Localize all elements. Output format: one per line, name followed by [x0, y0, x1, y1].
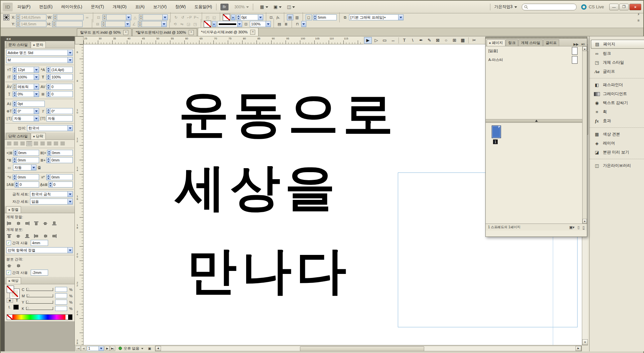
select-next-icon[interactable]: ◳	[192, 21, 198, 27]
white-swatch[interactable]	[65, 315, 68, 320]
tab-paragraph[interactable]: ◆단락	[31, 133, 46, 139]
y-field[interactable]: 148,5mm	[16, 21, 46, 27]
justify-last-right-button[interactable]	[40, 141, 45, 146]
tab-color[interactable]: ◆색상	[6, 277, 21, 284]
align-center-button[interactable]	[13, 141, 19, 146]
wrap-jump-icon[interactable]: ▤	[277, 21, 282, 27]
none-swatch[interactable]	[7, 315, 12, 320]
edit-spread-icon[interactable]: ▣▾	[569, 225, 575, 230]
spinner[interactable]	[103, 14, 106, 20]
w-field[interactable]	[53, 14, 84, 20]
shear-field[interactable]	[139, 14, 168, 20]
c-value-field[interactable]	[55, 287, 67, 292]
scroll-right-icon[interactable]: ▶	[576, 346, 581, 351]
tab-paragraph-styles[interactable]: 단락 스타일	[6, 133, 30, 139]
formatting-container-icon[interactable]: ▣	[7, 298, 13, 303]
font-family-combo[interactable]: Adobe 명조 Std	[6, 50, 73, 56]
dropdown-arrow-icon[interactable]	[34, 115, 39, 121]
h-field[interactable]	[52, 21, 83, 27]
page-tool[interactable]: ▭	[381, 37, 388, 44]
select-container-icon[interactable]: ◰	[205, 15, 210, 20]
proportion-field[interactable]: 0%	[13, 91, 39, 97]
dropdown-arrow-icon[interactable]	[34, 84, 39, 90]
panel-menu-icon[interactable]: ≡	[636, 18, 641, 23]
dropdown-arrow-icon[interactable]	[266, 21, 271, 27]
quick-apply-icon[interactable]: ⚡	[636, 12, 641, 17]
collapse-right-icon[interactable]: ▶▶	[574, 42, 579, 46]
menu-file[interactable]: 파일(F)	[17, 4, 30, 10]
formatting-text-icon[interactable]: T	[14, 298, 20, 303]
zoom-level-dropdown[interactable]: 300%	[234, 5, 249, 9]
opacity-field[interactable]: 100%	[250, 21, 271, 27]
gap-field[interactable]: 5mm	[313, 14, 337, 20]
ruler-origin-corner[interactable]	[75, 36, 84, 44]
align-bottom-button[interactable]	[51, 221, 57, 226]
auto2-field[interactable]: 자동	[46, 115, 73, 121]
skew-field[interactable]: 0°	[46, 108, 73, 114]
next-page-button[interactable]: ▶	[105, 346, 110, 351]
indent-first-field[interactable]: 0mm	[13, 157, 39, 163]
spinner[interactable]	[52, 21, 56, 27]
scale-x-field[interactable]	[103, 14, 131, 20]
spinner[interactable]	[53, 14, 57, 20]
page-number-badge[interactable]: 1	[493, 139, 498, 144]
grid-count-field[interactable]: 0	[46, 91, 73, 97]
rotation-field[interactable]: 0°	[13, 108, 39, 114]
collapse-panels-bar[interactable]: ◀◀	[5, 36, 74, 41]
dropdown-arrow-icon[interactable]	[99, 346, 104, 351]
kerning-field[interactable]: 메트릭	[13, 84, 39, 90]
close-tab-icon[interactable]: ×	[250, 30, 255, 35]
font-size-field[interactable]: 12pt	[13, 67, 39, 73]
reference-point-proxy[interactable]	[3, 14, 9, 20]
dock-item-text-wrap[interactable]: ◉텍스트 감싸기	[591, 99, 644, 107]
scale-y-field[interactable]	[102, 21, 130, 27]
doc-tab-2[interactable]: *탈무드문제시안.indd @ 100%×	[132, 28, 197, 36]
distribute-vspace-button[interactable]	[6, 263, 12, 268]
rotate-angle-field[interactable]	[138, 21, 167, 27]
dropdown-arrow-icon[interactable]	[34, 91, 39, 97]
horizontal-scale-field[interactable]: 100%	[46, 74, 73, 80]
clear-transform-icon[interactable]: ⇋	[179, 21, 185, 27]
tab-character-styles[interactable]: 문자 스타일	[6, 41, 30, 48]
gap-tool[interactable]: ↔	[389, 37, 397, 44]
dock-item-gaeun-library[interactable]: ◫가은라이브러리	[591, 161, 644, 170]
cs-live-button[interactable]: CS Live	[581, 4, 604, 10]
menu-help[interactable]: 도움말(H)	[194, 4, 212, 10]
m-slider[interactable]	[27, 294, 53, 297]
pages-panel-tab-링크[interactable]: 링크	[506, 39, 518, 46]
scroll-left-icon[interactable]: ◀	[155, 346, 161, 351]
frame-fitting-icon[interactable]: ◻	[306, 14, 312, 20]
align-right-button[interactable]	[24, 221, 30, 226]
select-previous-icon[interactable]: ◲	[186, 21, 191, 27]
ellipse-tool[interactable]: ○	[442, 37, 450, 44]
align-hcenter-button[interactable]	[15, 221, 21, 226]
wrap-around-icon[interactable]: ▥	[294, 15, 300, 20]
scroll-down-icon[interactable]: ▼	[583, 219, 587, 224]
dropdown-arrow-icon[interactable]	[68, 57, 73, 63]
dropdown-arrow-icon[interactable]	[398, 14, 404, 20]
object-style-icon[interactable]: ⧉	[342, 15, 348, 20]
justify-all-button[interactable]	[46, 141, 52, 146]
pen-tool[interactable]: ✒	[417, 37, 425, 44]
align-right-button[interactable]	[20, 141, 25, 146]
type-tool[interactable]: T	[400, 37, 408, 44]
flip-both-icon[interactable]: ⟲	[172, 21, 178, 27]
fill-menu-arrow-icon[interactable]: ▸	[212, 21, 216, 27]
last-page-button[interactable]: ▶|	[110, 346, 115, 351]
view-options-dropdown[interactable]: ▦	[260, 4, 268, 9]
dropdown-arrow-icon[interactable]	[301, 21, 306, 27]
doc-tab-1[interactable]: 탈무드 표지.indd @ 50%×	[77, 28, 132, 36]
panel-menu-icon[interactable]: ▾≡	[581, 42, 585, 46]
dock-item-pages[interactable]: ▤페이지	[591, 40, 644, 49]
pencil-tool[interactable]: ✎	[426, 37, 433, 44]
dock-item-links[interactable]: ∞링크	[591, 49, 644, 58]
drop-cap-chars-field[interactable]: 0	[48, 182, 73, 188]
menu-object[interactable]: 개체(O)	[113, 4, 126, 10]
flip-horizontal-icon[interactable]: ⌐P	[187, 15, 192, 20]
delete-page-icon[interactable]: ▯̲	[583, 225, 585, 230]
direct-selection-tool[interactable]: ▷	[372, 37, 380, 44]
screen-mode-dropdown[interactable]: ▣	[274, 4, 282, 9]
dock-item-glyphs[interactable]: Aa글리프	[591, 67, 644, 76]
fill-swatch-none[interactable]	[204, 21, 211, 27]
indent-last-field[interactable]: 0mm	[46, 157, 73, 163]
